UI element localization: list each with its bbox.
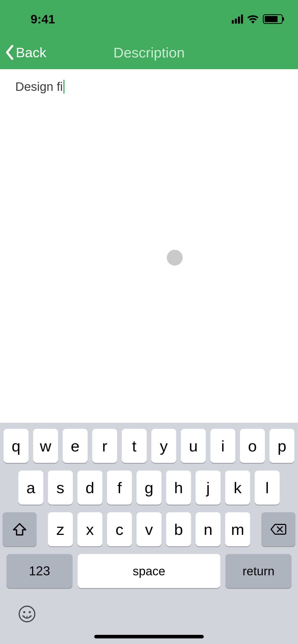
svg-point-4	[29, 611, 31, 613]
page-title: Description	[113, 44, 185, 61]
svg-point-3	[23, 611, 25, 613]
cellular-icon	[232, 14, 243, 24]
status-time: 9:41	[31, 12, 55, 26]
touch-indicator	[167, 250, 183, 266]
return-key[interactable]: return	[225, 554, 292, 588]
text-caret	[63, 80, 64, 94]
key-n[interactable]: n	[196, 512, 221, 546]
key-u[interactable]: u	[181, 429, 206, 463]
chevron-left-icon	[5, 45, 14, 60]
description-input[interactable]: Design fi	[15, 79, 283, 94]
shift-key[interactable]	[3, 512, 37, 546]
key-l[interactable]: l	[255, 471, 280, 505]
space-key[interactable]: space	[78, 554, 220, 588]
key-h[interactable]: h	[166, 471, 191, 505]
keyboard-row-3: z x c v b n m	[3, 512, 295, 546]
key-b[interactable]: b	[166, 512, 191, 546]
key-j[interactable]: j	[196, 471, 221, 505]
backspace-key[interactable]	[261, 512, 295, 546]
keyboard: q w e r t y u i o p a s d f g h j k l z …	[0, 423, 298, 644]
svg-point-2	[19, 606, 35, 622]
battery-icon	[263, 14, 283, 24]
home-indicator[interactable]	[94, 635, 204, 638]
key-i[interactable]: i	[210, 429, 235, 463]
keyboard-row-4: 123 space return	[3, 554, 295, 588]
key-a[interactable]: a	[18, 471, 43, 505]
key-z[interactable]: z	[48, 512, 73, 546]
key-m[interactable]: m	[225, 512, 250, 546]
key-o[interactable]: o	[240, 429, 265, 463]
emoji-icon	[18, 605, 36, 623]
key-s[interactable]: s	[48, 471, 73, 505]
back-button[interactable]: Back	[5, 45, 46, 60]
key-y[interactable]: y	[151, 429, 176, 463]
status-right	[232, 14, 283, 24]
key-x[interactable]: x	[77, 512, 102, 546]
key-c[interactable]: c	[107, 512, 132, 546]
wifi-icon	[247, 14, 259, 24]
key-g[interactable]: g	[137, 471, 161, 505]
key-e[interactable]: e	[63, 429, 88, 463]
key-d[interactable]: d	[77, 471, 102, 505]
key-v[interactable]: v	[137, 512, 161, 546]
key-q[interactable]: q	[4, 429, 29, 463]
key-p[interactable]: p	[269, 429, 294, 463]
input-text: Design fi	[15, 79, 63, 94]
backspace-icon	[270, 523, 287, 535]
key-w[interactable]: w	[33, 429, 58, 463]
nav-bar: Back Description	[0, 36, 298, 69]
emoji-key[interactable]	[18, 605, 36, 623]
shift-icon	[12, 523, 27, 536]
keyboard-row-2: a s d f g h j k l	[3, 471, 295, 505]
number-mode-key[interactable]: 123	[6, 554, 73, 588]
keyboard-row-1: q w e r t y u i o p	[3, 429, 295, 463]
back-label: Back	[16, 45, 46, 60]
key-f[interactable]: f	[107, 471, 132, 505]
key-t[interactable]: t	[122, 429, 147, 463]
key-k[interactable]: k	[225, 471, 250, 505]
key-r[interactable]: r	[92, 429, 117, 463]
status-bar: 9:41	[0, 0, 298, 36]
